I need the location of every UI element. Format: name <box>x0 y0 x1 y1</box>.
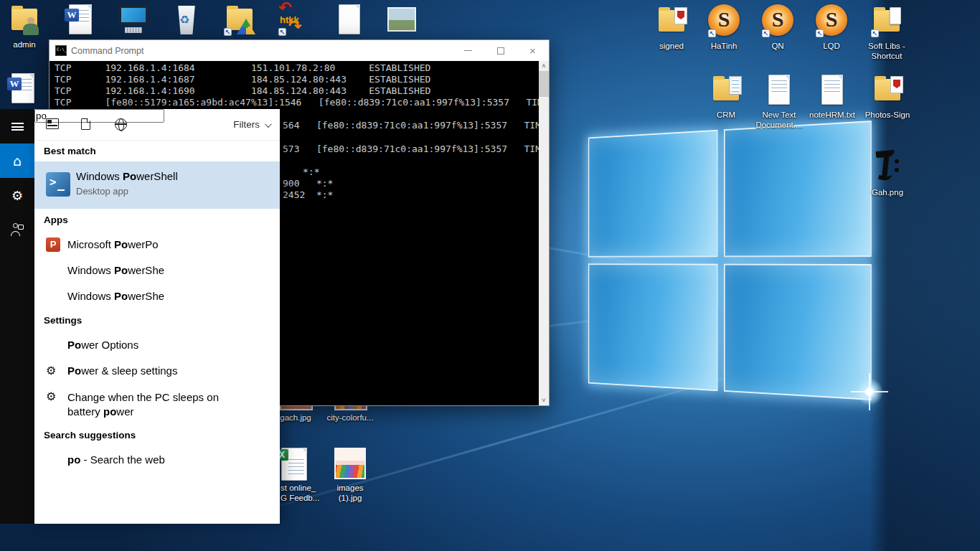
desktop-icon-htkk[interactable]: ↶htkk↷ <box>267 3 321 37</box>
user-icon <box>23 17 39 36</box>
desktop-icon-signed[interactable]: signed <box>644 4 699 51</box>
desktop-icon-new-text-document[interactable]: New Text Document.... <box>752 73 806 130</box>
minimize-icon <box>464 50 472 51</box>
desktop-icon-label: LQD <box>804 41 859 51</box>
word-icon: W <box>7 77 22 90</box>
documents-filter-icon[interactable] <box>81 118 90 130</box>
setting-result-power-sleep[interactable]: ⚙ Power & sleep settings <box>34 358 280 384</box>
gear-icon: ⚙ <box>46 364 60 378</box>
app-result-powershell[interactable]: Windows PowerShe <box>34 258 280 283</box>
desktop-icon-photo[interactable] <box>374 3 429 37</box>
shortcut-arrow-icon <box>762 29 770 37</box>
desktop-icon-label: CRM <box>699 110 753 120</box>
scroll-down-icon[interactable]: ˅ <box>539 395 549 405</box>
text-file-icon <box>821 75 843 105</box>
maximize-icon <box>497 47 504 55</box>
close-button[interactable]: × <box>517 40 549 61</box>
document-icon <box>890 7 901 24</box>
chevron-down-icon <box>265 121 272 128</box>
pdf-icon <box>674 7 687 24</box>
section-settings: Settings <box>44 315 82 326</box>
desktop-icon-label: signed <box>644 41 699 51</box>
desktop-icon-label: QN <box>750 41 805 51</box>
gear-icon: ⚙ <box>11 188 23 203</box>
cmd-output-line: *:* <box>303 166 319 178</box>
scrollbar-thumb[interactable] <box>539 71 549 97</box>
shortcut-arrow-icon <box>708 29 716 37</box>
desktop-icon-notehrm[interactable]: noteHRM.txt <box>805 73 859 120</box>
cmd-window-title: Command Prompt <box>71 46 143 56</box>
cmd-output-line: 573 [fe80::d839:71c0:aa1:997f%13]:5357 T… <box>283 143 541 155</box>
word-icon: W <box>65 9 79 22</box>
spreadsheet-icon <box>729 76 742 95</box>
desktop-icon-blank-doc[interactable] <box>321 3 376 37</box>
app-result-powerpoint[interactable]: P Microsoft PowerPo <box>34 232 280 258</box>
shortcut-arrow-icon <box>224 28 232 36</box>
desktop-icon-label: admin <box>0 39 52 50</box>
desktop-icon-label: Soft Libs - Shortcut <box>859 41 914 61</box>
computer-icon <box>119 6 148 24</box>
desktop-icon-softlibs[interactable]: Soft Libs - Shortcut <box>859 4 914 61</box>
scroll-up-icon[interactable]: ˄ <box>539 61 549 71</box>
desktop-icon-label: city-colorfu... <box>323 413 377 423</box>
desktop-icon-lqd[interactable]: LQD <box>804 4 859 51</box>
shortcut-arrow-icon <box>278 28 286 36</box>
desktop-icon-label: New Text Document.... <box>752 110 806 130</box>
desktop-icon-label: noteHRM.txt <box>805 110 859 120</box>
desktop-icon-word-doc-2[interactable]: W <box>0 72 50 106</box>
desktop-icon-recycle-bin[interactable]: ♻ <box>159 3 214 37</box>
search-icon <box>46 454 60 468</box>
document-icon <box>339 4 360 34</box>
web-search-suggestion[interactable]: po - Search the web <box>34 447 280 473</box>
gear-icon: ⚙ <box>46 390 60 404</box>
app-result-powershell-ise[interactable]: Windows PowerShe <box>34 283 280 309</box>
minimize-button[interactable] <box>452 40 484 61</box>
filters-dropdown[interactable]: Filters <box>233 119 270 130</box>
search-filter-header: Filters <box>34 109 280 141</box>
desktop-icon-photos-sign[interactable]: Photos-Sign <box>860 73 915 120</box>
desktop-icon-admin[interactable]: admin <box>0 3 52 50</box>
cmd-output-line: TCP 192.168.1.4:1690 184.85.124.80:443 E… <box>55 85 430 97</box>
shortcut-arrow-icon <box>871 29 879 37</box>
desktop-icon-this-pc[interactable] <box>106 3 161 37</box>
recycle-bin-icon: ♻ <box>176 6 197 34</box>
best-match-title: Windows PowerShell <box>76 170 178 182</box>
feedback-tab[interactable] <box>0 212 34 247</box>
desktop-icon-google-drive[interactable] <box>212 3 267 37</box>
maximize-button[interactable] <box>484 40 517 61</box>
desktop-icon-crm[interactable]: CRM <box>699 73 753 120</box>
image-icon <box>387 7 416 32</box>
gah-glyph-icon <box>873 151 902 184</box>
setting-result-pc-sleep-battery[interactable]: ⚙ Change when the PC sleeps on battery p… <box>34 384 280 421</box>
web-filter-icon[interactable] <box>115 118 127 131</box>
cmd-output-line: 2452 *:* <box>283 189 333 201</box>
scrollbar[interactable]: ˄ ˅ <box>539 61 549 405</box>
wallpaper-sparkle <box>855 377 884 406</box>
desktop-icon-qn[interactable]: QN <box>750 4 805 51</box>
pdf-icon <box>890 76 903 93</box>
desktop-icon-word-doc[interactable]: W <box>53 3 108 37</box>
windows-logo-pane <box>724 121 872 257</box>
setting-result-power-options[interactable]: Power Options <box>34 332 280 358</box>
cmd-output-line: 900 *:* <box>283 178 333 189</box>
windows-logo-pane <box>724 264 872 400</box>
apps-filter-icon[interactable] <box>46 118 59 129</box>
cmd-output-line: TCP [fe80::5179:a165:a9bd:ac47%13]:1546 … <box>55 97 543 108</box>
windows-logo-pane <box>588 263 718 391</box>
desktop-icon-hatinh[interactable]: HaTinh <box>697 4 751 51</box>
menu-button[interactable] <box>0 109 34 143</box>
desktop-icon-images-1[interactable]: images (1).jpg <box>323 446 377 503</box>
desktop-icon-gah[interactable]: Gah.png <box>860 151 915 197</box>
cmd-output-line: 564 [fe80::d839:71c0:aa1:997f%13]:5357 T… <box>283 120 541 131</box>
best-match-result[interactable]: Windows PowerShell Desktop app <box>34 161 280 209</box>
section-search-suggestions: Search suggestions <box>44 430 136 441</box>
close-icon: × <box>529 44 536 57</box>
home-tab[interactable]: ⌂ <box>0 143 34 178</box>
search-results-panel: Filters Best match Windows PowerShell De… <box>34 109 280 524</box>
hamburger-icon <box>11 123 24 131</box>
section-best-match: Best match <box>44 146 96 156</box>
section-apps: Apps <box>44 215 68 225</box>
settings-tab[interactable]: ⚙ <box>0 178 34 212</box>
shortcut-arrow-icon <box>816 29 824 37</box>
cmd-titlebar[interactable]: Command Prompt × <box>50 40 549 61</box>
